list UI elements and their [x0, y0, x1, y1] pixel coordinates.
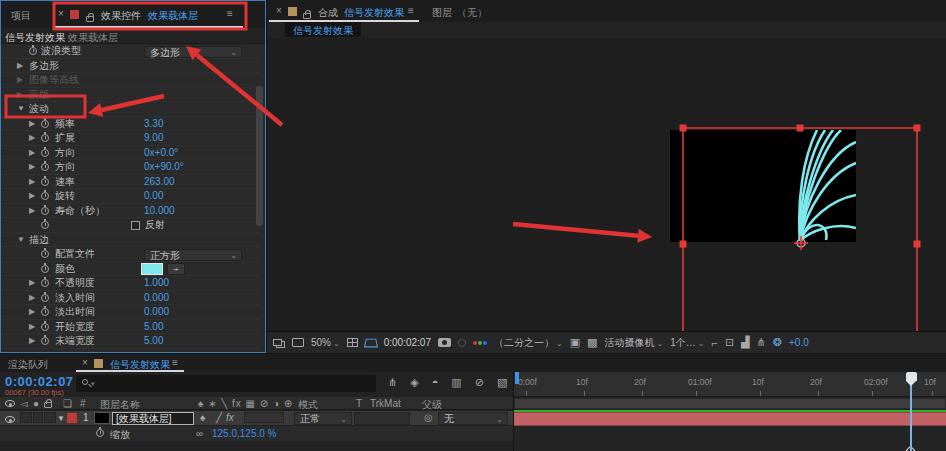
layer-label-color[interactable]: [67, 413, 77, 423]
twirl-icon[interactable]: ▶: [29, 160, 35, 175]
stopwatch-icon[interactable]: [41, 192, 49, 200]
mode-column-header[interactable]: 模式: [298, 398, 318, 412]
show-channel-icon[interactable]: [473, 341, 477, 345]
property-value[interactable]: 0.000: [144, 305, 169, 320]
property-value[interactable]: 0.00: [144, 189, 163, 204]
effect-row-fade-out-time[interactable]: ▶淡出时间0.000: [1, 305, 259, 320]
viewer-timecode[interactable]: 0:00:02:07: [384, 337, 431, 348]
property-value[interactable]: 263.00: [144, 175, 175, 190]
twirl-icon[interactable]: ▶: [29, 175, 35, 190]
primary-viewer-icon[interactable]: [292, 338, 304, 347]
label-column-icon[interactable]: ❏: [63, 398, 72, 409]
tab-effect-controls[interactable]: 效果控件: [101, 9, 141, 23]
timeline-toggle-icon[interactable]: ◈: [410, 376, 418, 389]
effect-name[interactable]: 信号发射效果: [5, 31, 65, 45]
transparency-grid-icon[interactable]: ▩: [587, 336, 597, 349]
twirl-icon[interactable]: ▶: [29, 131, 35, 146]
stopwatch-icon[interactable]: [41, 178, 49, 186]
stopwatch-icon[interactable]: [41, 134, 49, 142]
tab-effect-controls-layer[interactable]: 效果载体层: [148, 9, 198, 23]
effect-row-end-width[interactable]: ▶末端宽度5.00: [1, 334, 259, 349]
grid-guides-icon[interactable]: [347, 338, 358, 347]
fast-previews-icon[interactable]: ❂: [773, 336, 782, 349]
effect-row-polygon-group[interactable]: ▶多边形: [1, 59, 259, 74]
property-value[interactable]: 0x+90.0°: [144, 160, 184, 175]
eyedropper-icon[interactable]: ➛: [167, 263, 185, 275]
tab-render-queue[interactable]: 渲染队列: [8, 358, 48, 372]
resolution-select[interactable]: （二分之一）⌄: [494, 336, 563, 350]
effect-row-reflection[interactable]: 反射: [1, 218, 259, 233]
stopwatch-icon[interactable]: [41, 120, 49, 128]
zoom-select[interactable]: 50%⌄: [311, 337, 340, 348]
effect-row-wave-motion-group[interactable]: ▼波动: [1, 102, 259, 117]
blend-mode-select[interactable]: 正常⌄: [294, 412, 352, 425]
lock-icon[interactable]: [303, 13, 311, 19]
timeline-toggle-icon[interactable]: ⋔: [388, 376, 397, 389]
stopwatch-icon[interactable]: [41, 221, 49, 229]
layer-row[interactable]: ▼ 1 [效果载体层] ♠ ╱ fx 正常⌄ ◎ 无⌄: [0, 411, 513, 425]
show-snapshot-icon[interactable]: [458, 339, 466, 347]
effect-panel-scrollbar[interactable]: [256, 86, 263, 226]
layer-name-column-header[interactable]: 图层名称: [100, 398, 140, 412]
panel-menu-icon[interactable]: ≡: [172, 357, 178, 368]
view-layout-select[interactable]: 1个…⌄: [670, 336, 704, 350]
histogram-icon[interactable]: ▟: [741, 336, 749, 349]
stopwatch-icon[interactable]: [96, 429, 104, 437]
timeline-toggle-icon[interactable]: ◓: [432, 376, 439, 389]
twirl-icon[interactable]: ▶: [17, 59, 23, 74]
stopwatch-icon[interactable]: [41, 207, 49, 215]
switch-cells[interactable]: [244, 412, 284, 423]
search-input[interactable]: ▾: [76, 375, 376, 392]
twirl-icon[interactable]: ▶: [29, 276, 35, 291]
layer-duration-bar[interactable]: [514, 412, 946, 426]
tab-project[interactable]: 项目: [11, 9, 31, 23]
effect-row-profile[interactable]: 配置文件正方形⌄: [1, 247, 259, 262]
exposure-value[interactable]: +0.0: [789, 337, 809, 348]
timeline-toggle-icon[interactable]: ⊘: [475, 376, 484, 389]
t-column-header[interactable]: T: [356, 398, 362, 409]
tab-layer-viewer[interactable]: 图层: [432, 6, 452, 20]
playhead-head[interactable]: [906, 372, 917, 381]
wave-type-dropdown[interactable]: 多边形⌄: [144, 46, 242, 58]
stopwatch-icon[interactable]: [41, 294, 49, 302]
property-value[interactable]: 3.30: [144, 117, 163, 132]
always-preview-icon[interactable]: [273, 339, 282, 346]
twirl-icon[interactable]: ▶: [29, 146, 35, 161]
stopwatch-icon[interactable]: [41, 163, 49, 171]
quality-slash-icon[interactable]: ╱: [216, 412, 222, 423]
twirl-icon[interactable]: ▶: [29, 117, 35, 132]
color-swatch[interactable]: [141, 263, 163, 275]
reflection-checkbox[interactable]: [131, 221, 140, 230]
profile-dropdown[interactable]: 正方形⌄: [144, 249, 242, 261]
timeline-toggle-icon[interactable]: ▧: [497, 376, 507, 389]
effect-row-frequency[interactable]: ▶频率3.30: [1, 117, 259, 132]
effect-row-spin[interactable]: ▶旋转0.00: [1, 189, 259, 204]
effect-row-stroke-group[interactable]: ▼描边: [1, 233, 259, 248]
work-area-start-marker[interactable]: [515, 372, 519, 384]
index-column-header[interactable]: #: [80, 398, 86, 409]
lock-icon[interactable]: [86, 16, 94, 22]
timeline-toggle-icon[interactable]: ▥: [451, 376, 461, 389]
stopwatch-icon[interactable]: [41, 149, 49, 157]
effect-row-start-width[interactable]: ▶开始宽度5.00: [1, 320, 259, 335]
effect-row-wave-type[interactable]: 波浪类型多边形⌄: [1, 44, 259, 59]
trkmat-select[interactable]: [354, 412, 410, 425]
audio-cell[interactable]: [20, 412, 32, 423]
trkmat-column-header[interactable]: TrkMat: [370, 398, 401, 409]
switches-column-icons[interactable]: ♠ ∗ ╲ fx ▦ ⊘ ◑ ⊕: [198, 398, 293, 409]
current-timecode[interactable]: 0:00:02:07: [5, 374, 74, 389]
time-ruler[interactable]: 0:00f10f20f01:00f10f20f02:00f10f: [514, 372, 946, 397]
flowchart-icon[interactable]: ⋔: [757, 336, 766, 349]
goto-time-icon[interactable]: ⊡: [725, 336, 734, 349]
audio-column-icon[interactable]: ◅: [20, 398, 28, 409]
effect-row-direction[interactable]: ▶方向0x+90.0°: [1, 160, 259, 175]
twirl-icon[interactable]: ▶: [29, 189, 35, 204]
viewer-tab[interactable]: 信号发射效果: [285, 22, 361, 37]
parent-column-header[interactable]: 父级: [422, 398, 442, 412]
stopwatch-icon[interactable]: [41, 323, 49, 331]
property-value[interactable]: 0.000: [144, 291, 169, 306]
parent-select[interactable]: 无⌄: [438, 412, 508, 425]
composition-viewer[interactable]: [267, 38, 946, 331]
effect-row-mask-group[interactable]: ▶蒙版: [1, 88, 259, 103]
property-value[interactable]: 10.000: [144, 204, 175, 219]
